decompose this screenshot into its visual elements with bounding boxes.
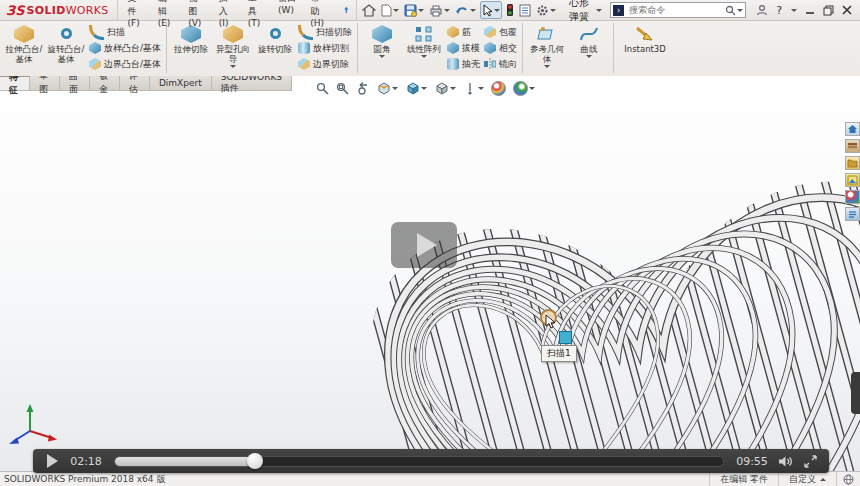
rebuild-button[interactable] (505, 2, 515, 18)
boundary-cut-button[interactable]: 边界切除 (298, 57, 352, 71)
tab-sheet-metal[interactable]: 钣金 (90, 76, 120, 90)
document-title[interactable]: 心形弹簧 (561, 0, 610, 24)
hide-show-items-icon[interactable] (463, 82, 484, 95)
command-manager-tabs: 特征 草图 曲面 钣金 评估 DimXpert SOLIDWORKS 插件 (0, 76, 292, 91)
task-appearances-icon[interactable] (845, 190, 860, 204)
task-custom-properties-icon[interactable] (845, 207, 860, 221)
boundary-boss-button[interactable]: 边界凸台/基体 (89, 57, 161, 71)
save-button[interactable] (403, 2, 425, 18)
options-button[interactable] (535, 2, 557, 18)
tab-dimxpert[interactable]: DimXpert (150, 76, 212, 90)
new-document-button[interactable] (380, 2, 400, 18)
edit-appearance-icon[interactable] (491, 81, 506, 96)
feature-tooltip: 扫描1 (541, 345, 577, 362)
task-view-palette-icon[interactable] (845, 173, 860, 187)
search-icon[interactable] (725, 5, 736, 16)
task-home-icon[interactable] (845, 122, 860, 136)
tab-solidworks-addins[interactable]: SOLIDWORKS 插件 (212, 76, 292, 90)
tab-sketch[interactable]: 草图 (30, 76, 60, 90)
reference-geometry-dropdown-icon[interactable] (544, 65, 550, 68)
fullscreen-icon[interactable] (804, 455, 817, 468)
zoom-fit-icon[interactable] (316, 82, 329, 95)
fillet-dropdown-icon[interactable] (379, 55, 385, 58)
menu-window[interactable]: 窗口(W) (278, 0, 296, 28)
play-button[interactable] (47, 454, 58, 468)
instant3d-button[interactable]: Instant3D (617, 22, 673, 74)
home-button[interactable] (361, 2, 377, 18)
linear-pattern-dropdown-icon[interactable] (421, 55, 427, 58)
video-control-bar: 02:18 09:55 (33, 449, 829, 473)
rib-button[interactable]: 筋 (447, 25, 480, 39)
view-orientation-icon[interactable] (405, 82, 427, 95)
status-globe-icon[interactable] (836, 472, 860, 486)
select-tool-button[interactable] (480, 1, 502, 19)
loft-boss-button[interactable]: 放样凸台/基体 (89, 41, 161, 55)
restore-button[interactable] (823, 5, 834, 16)
instant3d-icon (635, 25, 655, 43)
current-time: 02:18 (68, 455, 104, 468)
mirror-button[interactable]: 镜向 (484, 57, 517, 71)
mouse-cursor (545, 314, 557, 330)
extrude-cut-button[interactable]: 拉伸切除 (170, 22, 212, 74)
menu-file[interactable]: 文件(F) (128, 0, 144, 28)
revolve-boss-button[interactable]: 旋转凸台/基体 (45, 22, 87, 74)
boundary-cut-icon (298, 58, 310, 70)
print-button[interactable] (428, 2, 451, 18)
seek-bar[interactable] (114, 456, 724, 467)
menu-view[interactable]: 视图(V) (188, 0, 205, 28)
file-properties-button[interactable] (518, 2, 532, 18)
task-design-library-icon[interactable] (845, 139, 860, 153)
linear-pattern-button[interactable]: 线性阵列 (403, 22, 445, 74)
seek-knob[interactable] (247, 453, 263, 469)
title-bar: ЗS SOLID WORKS 文件(F) 编辑(E) 视图(V) 插入(I) 工… (0, 0, 860, 21)
hole-wizard-dropdown-icon[interactable] (230, 65, 236, 68)
hole-wizard-button[interactable]: 异型孔向导 (212, 22, 254, 74)
right-edge-panel-tab[interactable] (851, 372, 860, 414)
close-button[interactable] (842, 5, 852, 15)
tab-evaluate[interactable]: 评估 (120, 76, 150, 90)
previous-view-icon[interactable] (356, 82, 369, 95)
zoom-area-icon[interactable] (336, 82, 349, 95)
intersect-button[interactable]: 相交 (484, 41, 517, 55)
version-text: SOLIDWORKS Premium 2018 x64 版 (0, 473, 709, 486)
duration: 09:55 (734, 455, 770, 468)
play-icon (417, 233, 437, 257)
window-controls: ? (748, 4, 860, 17)
status-bar: SOLIDWORKS Premium 2018 x64 版 在编辑 零件 自定义 (0, 471, 860, 486)
reference-geometry-button[interactable]: 参考几何体 (526, 22, 568, 74)
menu-help[interactable]: 帮助(H) (310, 0, 327, 28)
help-dropdown-icon[interactable] (791, 9, 797, 12)
volume-icon[interactable] (778, 455, 794, 468)
tab-features[interactable]: 特征 (0, 76, 30, 90)
display-style-icon[interactable] (434, 82, 456, 95)
menu-insert[interactable]: 插入(I) (219, 0, 234, 28)
loft-cut-button[interactable]: 放样切割 (298, 41, 352, 55)
revolve-cut-button[interactable]: 旋转切除 (254, 22, 296, 74)
ribbon-group-boss: 拉伸凸台/基体 旋转凸台/基体 扫描 放样凸台/基体 边界凸台/基体 (0, 20, 166, 76)
shell-button[interactable]: 抽壳 (447, 57, 480, 71)
curves-icon (579, 25, 599, 43)
tab-surfaces[interactable]: 曲面 (60, 76, 90, 90)
login-user-icon[interactable] (756, 4, 768, 16)
pin-menu-icon[interactable] (343, 5, 350, 15)
menu-tools[interactable]: 工具(T) (248, 0, 264, 28)
fillet-button[interactable]: 圆角 (361, 22, 403, 74)
undo-button[interactable] (454, 2, 477, 18)
wrap-button[interactable]: 包覆 (484, 25, 517, 39)
apply-scene-icon[interactable] (513, 81, 535, 96)
units-selector[interactable]: 自定义 (778, 472, 836, 486)
menu-edit[interactable]: 编辑(E) (158, 0, 174, 28)
drag-handle[interactable] (559, 331, 572, 344)
help-button[interactable]: ? (776, 4, 782, 17)
extrude-boss-button[interactable]: 拉伸凸台/基体 (3, 22, 45, 74)
task-file-explorer-icon[interactable] (845, 156, 860, 170)
draft-button[interactable]: 拔模 (447, 41, 480, 55)
menu-bar: 文件(F) 编辑(E) 视图(V) 插入(I) 工具(T) 窗口(W) 帮助(H… (118, 0, 338, 28)
minimize-button[interactable] (805, 5, 815, 15)
curves-dropdown-icon[interactable] (586, 55, 592, 58)
search-input[interactable] (627, 4, 725, 16)
video-play-overlay-button[interactable] (391, 222, 457, 268)
graphics-area[interactable]: 扫描1 (0, 76, 860, 472)
curves-button[interactable]: 曲线 (568, 22, 610, 74)
section-view-icon[interactable] (376, 82, 398, 95)
